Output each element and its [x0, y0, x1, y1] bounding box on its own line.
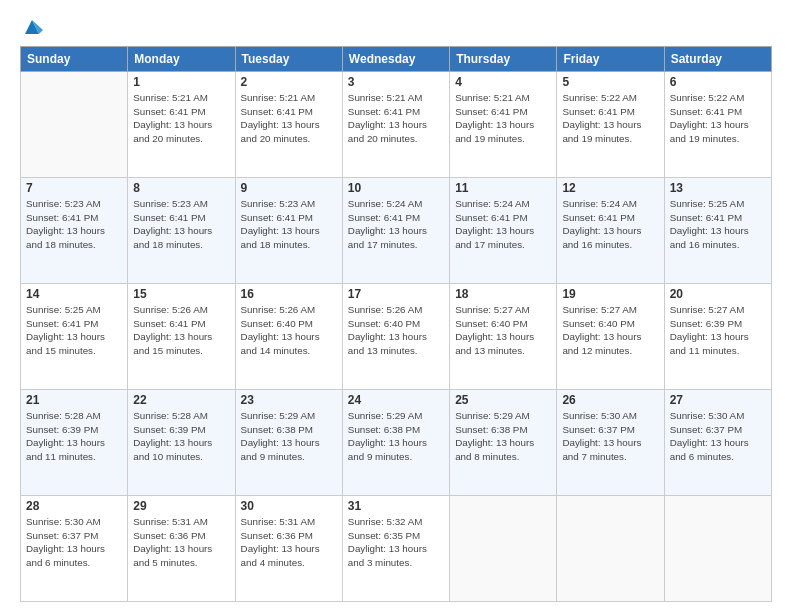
calendar-cell: 4Sunrise: 5:21 AM Sunset: 6:41 PM Daylig… — [450, 72, 557, 178]
day-info: Sunrise: 5:26 AM Sunset: 6:41 PM Dayligh… — [133, 303, 229, 358]
calendar-cell: 29Sunrise: 5:31 AM Sunset: 6:36 PM Dayli… — [128, 496, 235, 602]
day-info: Sunrise: 5:24 AM Sunset: 6:41 PM Dayligh… — [455, 197, 551, 252]
day-info: Sunrise: 5:32 AM Sunset: 6:35 PM Dayligh… — [348, 515, 444, 570]
calendar-cell: 16Sunrise: 5:26 AM Sunset: 6:40 PM Dayli… — [235, 284, 342, 390]
day-number: 20 — [670, 287, 766, 301]
calendar-cell: 18Sunrise: 5:27 AM Sunset: 6:40 PM Dayli… — [450, 284, 557, 390]
day-number: 6 — [670, 75, 766, 89]
day-number: 1 — [133, 75, 229, 89]
day-info: Sunrise: 5:21 AM Sunset: 6:41 PM Dayligh… — [241, 91, 337, 146]
day-info: Sunrise: 5:21 AM Sunset: 6:41 PM Dayligh… — [348, 91, 444, 146]
day-number: 30 — [241, 499, 337, 513]
day-number: 24 — [348, 393, 444, 407]
calendar-week-4: 21Sunrise: 5:28 AM Sunset: 6:39 PM Dayli… — [21, 390, 772, 496]
calendar-cell: 8Sunrise: 5:23 AM Sunset: 6:41 PM Daylig… — [128, 178, 235, 284]
day-info: Sunrise: 5:26 AM Sunset: 6:40 PM Dayligh… — [241, 303, 337, 358]
calendar-cell: 2Sunrise: 5:21 AM Sunset: 6:41 PM Daylig… — [235, 72, 342, 178]
calendar-cell — [21, 72, 128, 178]
day-number: 5 — [562, 75, 658, 89]
day-info: Sunrise: 5:23 AM Sunset: 6:41 PM Dayligh… — [26, 197, 122, 252]
day-number: 27 — [670, 393, 766, 407]
day-info: Sunrise: 5:26 AM Sunset: 6:40 PM Dayligh… — [348, 303, 444, 358]
weekday-header-thursday: Thursday — [450, 47, 557, 72]
logo-icon — [21, 16, 43, 38]
day-number: 3 — [348, 75, 444, 89]
day-info: Sunrise: 5:30 AM Sunset: 6:37 PM Dayligh… — [26, 515, 122, 570]
day-info: Sunrise: 5:29 AM Sunset: 6:38 PM Dayligh… — [455, 409, 551, 464]
day-number: 10 — [348, 181, 444, 195]
calendar-week-1: 1Sunrise: 5:21 AM Sunset: 6:41 PM Daylig… — [21, 72, 772, 178]
day-info: Sunrise: 5:31 AM Sunset: 6:36 PM Dayligh… — [241, 515, 337, 570]
calendar-cell: 12Sunrise: 5:24 AM Sunset: 6:41 PM Dayli… — [557, 178, 664, 284]
day-number: 16 — [241, 287, 337, 301]
calendar-cell: 14Sunrise: 5:25 AM Sunset: 6:41 PM Dayli… — [21, 284, 128, 390]
calendar-cell: 6Sunrise: 5:22 AM Sunset: 6:41 PM Daylig… — [664, 72, 771, 178]
day-number: 23 — [241, 393, 337, 407]
day-number: 4 — [455, 75, 551, 89]
calendar-cell: 31Sunrise: 5:32 AM Sunset: 6:35 PM Dayli… — [342, 496, 449, 602]
calendar-cell: 3Sunrise: 5:21 AM Sunset: 6:41 PM Daylig… — [342, 72, 449, 178]
day-info: Sunrise: 5:29 AM Sunset: 6:38 PM Dayligh… — [241, 409, 337, 464]
calendar-cell: 9Sunrise: 5:23 AM Sunset: 6:41 PM Daylig… — [235, 178, 342, 284]
calendar-cell: 7Sunrise: 5:23 AM Sunset: 6:41 PM Daylig… — [21, 178, 128, 284]
logo — [20, 16, 43, 36]
calendar-page: SundayMondayTuesdayWednesdayThursdayFrid… — [0, 0, 792, 612]
weekday-header-friday: Friday — [557, 47, 664, 72]
calendar-cell: 28Sunrise: 5:30 AM Sunset: 6:37 PM Dayli… — [21, 496, 128, 602]
calendar-cell: 13Sunrise: 5:25 AM Sunset: 6:41 PM Dayli… — [664, 178, 771, 284]
day-info: Sunrise: 5:25 AM Sunset: 6:41 PM Dayligh… — [26, 303, 122, 358]
day-number: 9 — [241, 181, 337, 195]
calendar-body: 1Sunrise: 5:21 AM Sunset: 6:41 PM Daylig… — [21, 72, 772, 602]
day-number: 11 — [455, 181, 551, 195]
calendar-cell: 27Sunrise: 5:30 AM Sunset: 6:37 PM Dayli… — [664, 390, 771, 496]
day-info: Sunrise: 5:29 AM Sunset: 6:38 PM Dayligh… — [348, 409, 444, 464]
calendar-cell: 10Sunrise: 5:24 AM Sunset: 6:41 PM Dayli… — [342, 178, 449, 284]
day-info: Sunrise: 5:27 AM Sunset: 6:40 PM Dayligh… — [455, 303, 551, 358]
day-info: Sunrise: 5:22 AM Sunset: 6:41 PM Dayligh… — [670, 91, 766, 146]
day-number: 21 — [26, 393, 122, 407]
day-info: Sunrise: 5:25 AM Sunset: 6:41 PM Dayligh… — [670, 197, 766, 252]
calendar-cell: 26Sunrise: 5:30 AM Sunset: 6:37 PM Dayli… — [557, 390, 664, 496]
day-info: Sunrise: 5:24 AM Sunset: 6:41 PM Dayligh… — [562, 197, 658, 252]
day-info: Sunrise: 5:21 AM Sunset: 6:41 PM Dayligh… — [455, 91, 551, 146]
day-number: 19 — [562, 287, 658, 301]
weekday-header-monday: Monday — [128, 47, 235, 72]
day-info: Sunrise: 5:30 AM Sunset: 6:37 PM Dayligh… — [670, 409, 766, 464]
calendar-cell: 15Sunrise: 5:26 AM Sunset: 6:41 PM Dayli… — [128, 284, 235, 390]
weekday-header-saturday: Saturday — [664, 47, 771, 72]
day-number: 17 — [348, 287, 444, 301]
day-number: 12 — [562, 181, 658, 195]
day-info: Sunrise: 5:27 AM Sunset: 6:40 PM Dayligh… — [562, 303, 658, 358]
weekday-header-tuesday: Tuesday — [235, 47, 342, 72]
day-info: Sunrise: 5:23 AM Sunset: 6:41 PM Dayligh… — [133, 197, 229, 252]
day-number: 7 — [26, 181, 122, 195]
day-number: 31 — [348, 499, 444, 513]
day-number: 13 — [670, 181, 766, 195]
calendar-cell: 30Sunrise: 5:31 AM Sunset: 6:36 PM Dayli… — [235, 496, 342, 602]
calendar-cell: 20Sunrise: 5:27 AM Sunset: 6:39 PM Dayli… — [664, 284, 771, 390]
calendar-cell: 23Sunrise: 5:29 AM Sunset: 6:38 PM Dayli… — [235, 390, 342, 496]
header — [20, 16, 772, 36]
day-number: 26 — [562, 393, 658, 407]
day-number: 22 — [133, 393, 229, 407]
calendar-table: SundayMondayTuesdayWednesdayThursdayFrid… — [20, 46, 772, 602]
day-info: Sunrise: 5:27 AM Sunset: 6:39 PM Dayligh… — [670, 303, 766, 358]
calendar-cell: 17Sunrise: 5:26 AM Sunset: 6:40 PM Dayli… — [342, 284, 449, 390]
day-info: Sunrise: 5:31 AM Sunset: 6:36 PM Dayligh… — [133, 515, 229, 570]
day-number: 14 — [26, 287, 122, 301]
day-info: Sunrise: 5:28 AM Sunset: 6:39 PM Dayligh… — [133, 409, 229, 464]
day-number: 29 — [133, 499, 229, 513]
calendar-cell — [664, 496, 771, 602]
day-number: 15 — [133, 287, 229, 301]
day-number: 28 — [26, 499, 122, 513]
day-number: 18 — [455, 287, 551, 301]
day-number: 2 — [241, 75, 337, 89]
day-info: Sunrise: 5:21 AM Sunset: 6:41 PM Dayligh… — [133, 91, 229, 146]
day-info: Sunrise: 5:22 AM Sunset: 6:41 PM Dayligh… — [562, 91, 658, 146]
calendar-week-5: 28Sunrise: 5:30 AM Sunset: 6:37 PM Dayli… — [21, 496, 772, 602]
calendar-cell — [557, 496, 664, 602]
day-number: 8 — [133, 181, 229, 195]
calendar-cell: 19Sunrise: 5:27 AM Sunset: 6:40 PM Dayli… — [557, 284, 664, 390]
calendar-cell: 11Sunrise: 5:24 AM Sunset: 6:41 PM Dayli… — [450, 178, 557, 284]
calendar-week-3: 14Sunrise: 5:25 AM Sunset: 6:41 PM Dayli… — [21, 284, 772, 390]
